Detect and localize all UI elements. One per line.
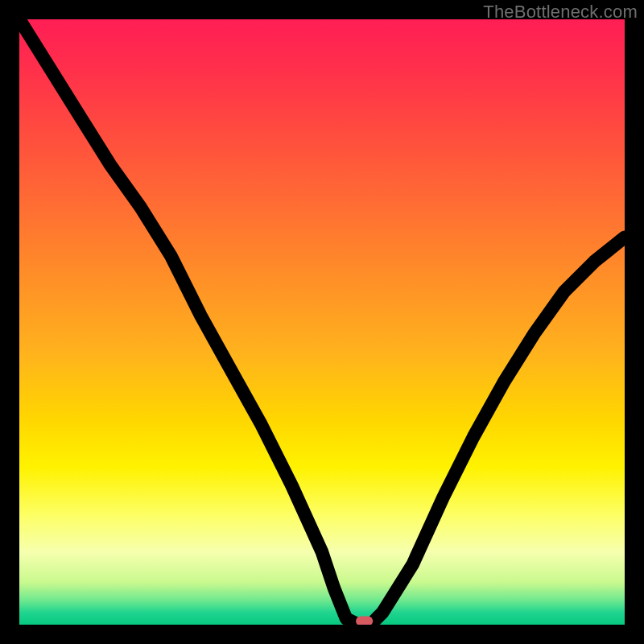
- chart-svg: [19, 19, 625, 625]
- plot-area: [19, 19, 625, 625]
- min-marker: [356, 616, 373, 625]
- chart-frame: TheBottleneck.com: [0, 0, 644, 644]
- bottleneck-curve: [19, 19, 625, 625]
- watermark-text: TheBottleneck.com: [483, 2, 638, 23]
